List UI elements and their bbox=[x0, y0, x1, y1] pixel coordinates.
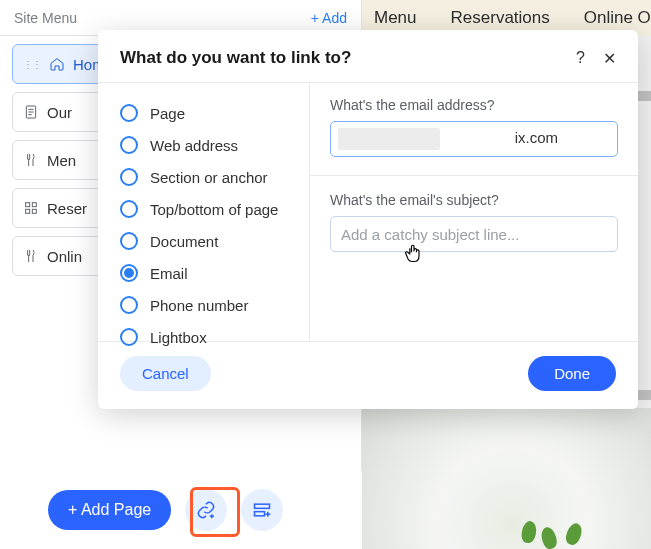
subject-input[interactable] bbox=[330, 216, 618, 252]
redacted-text bbox=[338, 128, 440, 150]
add-menu-item-link[interactable]: + Add bbox=[311, 10, 347, 26]
nav-item[interactable]: Menu bbox=[374, 8, 417, 28]
radio-icon bbox=[120, 296, 138, 314]
link-settings-modal: What do you want to link to? ? ✕ Page We… bbox=[98, 30, 638, 409]
radio-icon bbox=[120, 104, 138, 122]
menu-item-label: Men bbox=[47, 152, 76, 169]
section-icon bbox=[252, 500, 272, 520]
site-menu-title: Site Menu bbox=[14, 10, 77, 26]
link-type-label: Phone number bbox=[150, 297, 248, 314]
link-type-label: Email bbox=[150, 265, 188, 282]
svg-rect-7 bbox=[32, 209, 36, 213]
svg-rect-5 bbox=[32, 203, 36, 207]
radio-icon bbox=[120, 136, 138, 154]
grid-icon bbox=[23, 200, 39, 216]
page-preview-image bbox=[362, 408, 651, 549]
link-type-label: Document bbox=[150, 233, 218, 250]
email-label: What's the email address? bbox=[330, 97, 618, 113]
link-form: What's the email address? ix.com What's … bbox=[310, 83, 638, 341]
email-value-suffix: ix.com bbox=[515, 129, 558, 146]
modal-scrollbar[interactable] bbox=[636, 36, 651, 408]
menu-item-label: Reser bbox=[47, 200, 87, 217]
radio-icon bbox=[120, 264, 138, 282]
add-section-button[interactable] bbox=[241, 489, 283, 531]
cancel-button[interactable]: Cancel bbox=[120, 356, 211, 391]
modal-title: What do you want to link to? bbox=[120, 48, 351, 68]
svg-rect-8 bbox=[255, 504, 270, 508]
add-link-button[interactable] bbox=[185, 489, 227, 531]
link-type-document[interactable]: Document bbox=[116, 225, 303, 257]
menu-item-label: Our bbox=[47, 104, 72, 121]
link-type-label: Section or anchor bbox=[150, 169, 268, 186]
page-icon bbox=[23, 104, 39, 120]
help-icon[interactable]: ? bbox=[576, 49, 585, 68]
done-button[interactable]: Done bbox=[528, 356, 616, 391]
close-icon[interactable]: ✕ bbox=[603, 49, 616, 68]
restaurant-icon bbox=[23, 152, 39, 168]
add-page-button[interactable]: + Add Page bbox=[48, 490, 171, 530]
link-type-page[interactable]: Page bbox=[116, 97, 303, 129]
link-type-phone[interactable]: Phone number bbox=[116, 289, 303, 321]
bottom-toolbar: + Add Page bbox=[0, 471, 362, 549]
link-type-label: Lightbox bbox=[150, 329, 207, 346]
link-type-label: Top/bottom of page bbox=[150, 201, 278, 218]
link-type-label: Page bbox=[150, 105, 185, 122]
menu-item-label: Onlin bbox=[47, 248, 82, 265]
link-type-label: Web address bbox=[150, 137, 238, 154]
link-type-list: Page Web address Section or anchor Top/b… bbox=[98, 83, 310, 341]
svg-rect-6 bbox=[26, 209, 30, 213]
home-icon bbox=[49, 56, 65, 72]
radio-icon bbox=[120, 232, 138, 250]
svg-rect-9 bbox=[255, 512, 265, 516]
link-icon bbox=[196, 500, 216, 520]
link-type-email[interactable]: Email bbox=[116, 257, 303, 289]
link-type-section[interactable]: Section or anchor bbox=[116, 161, 303, 193]
drag-handle-icon[interactable]: ⋮⋮ bbox=[23, 59, 41, 70]
radio-icon bbox=[120, 200, 138, 218]
modal-header: What do you want to link to? ? ✕ bbox=[98, 30, 638, 82]
link-type-web-address[interactable]: Web address bbox=[116, 129, 303, 161]
nav-item[interactable]: Online O bbox=[584, 8, 651, 28]
radio-icon bbox=[120, 168, 138, 186]
subject-label: What's the email's subject? bbox=[330, 192, 618, 208]
link-type-top-bottom[interactable]: Top/bottom of page bbox=[116, 193, 303, 225]
restaurant-icon bbox=[23, 248, 39, 264]
link-type-lightbox[interactable]: Lightbox bbox=[116, 321, 303, 353]
nav-item[interactable]: Reservations bbox=[451, 8, 550, 28]
radio-icon bbox=[120, 328, 138, 346]
svg-rect-4 bbox=[26, 203, 30, 207]
